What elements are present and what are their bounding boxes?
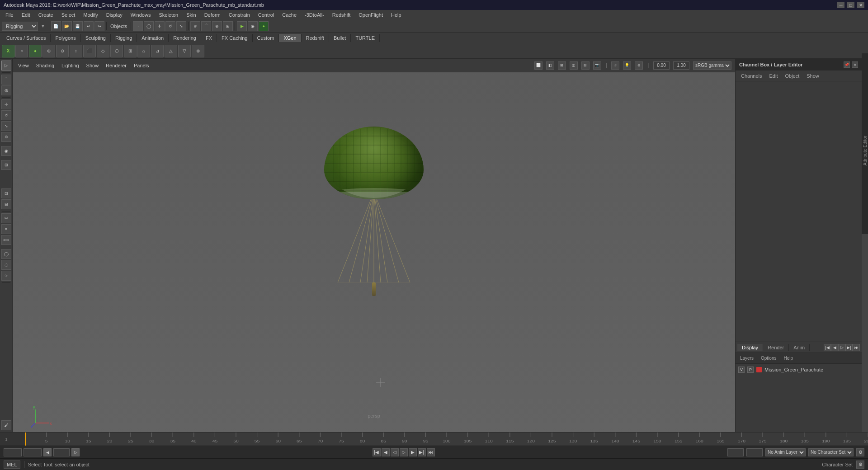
paint-skin-btn[interactable]: 🖌 (1, 420, 11, 430)
shelf-icon-7[interactable]: ◇ (97, 45, 109, 57)
anim-layer-dropdown[interactable]: No Anim Layer (765, 448, 806, 456)
menu-control[interactable]: Control (255, 11, 278, 19)
playback-end-field[interactable]: 120 (727, 448, 744, 456)
vp-menu-view[interactable]: View (16, 62, 31, 69)
ch-tab-show[interactable]: Show (803, 72, 823, 80)
shelf-tab-sculpting[interactable]: Sculpting (81, 34, 111, 42)
shelf-icon-12[interactable]: △ (165, 45, 177, 57)
vp-menu-panels[interactable]: Panels (132, 62, 151, 69)
mode-dropdown[interactable]: Rigging (2, 22, 38, 31)
sculpt-btn[interactable]: ◯ (1, 249, 11, 259)
snap-all-btn[interactable]: ⊡ (1, 188, 11, 198)
vp-gamma-select[interactable]: sRGB gamma (693, 61, 731, 70)
menu-help[interactable]: Help (387, 11, 405, 19)
vp-menu-lighting[interactable]: Lighting (60, 62, 81, 69)
shelf-icon-1[interactable]: ○ (15, 45, 28, 57)
shelf-icon-5[interactable]: ↕ (70, 45, 82, 57)
shelf-tab-fxcaching[interactable]: FX Caching (217, 34, 252, 42)
layer-tab-anim[interactable]: Anim (789, 344, 810, 351)
minimize-button[interactable]: ─ (837, 2, 844, 8)
show-manip-btn[interactable]: ⊞ (1, 160, 11, 170)
playback-current-field[interactable]: 1 (24, 448, 42, 456)
playback-play[interactable]: ▷ (400, 448, 408, 456)
menu-openflight[interactable]: OpenFlight (355, 11, 387, 19)
scale-tool-btn[interactable]: ⤡ (1, 121, 11, 131)
cb-pin-btn[interactable]: 📌 (844, 61, 850, 68)
move-btn[interactable]: ✛ (155, 21, 165, 31)
shelf-icon-10[interactable]: ⌂ (137, 45, 150, 57)
vp-tool-3[interactable]: ⊞ (558, 61, 566, 70)
redo-btn[interactable]: ↪ (94, 21, 104, 31)
offset-edge-btn[interactable]: ≡ (1, 224, 11, 234)
menu-3dto[interactable]: -3DtoAll- (301, 11, 328, 19)
playback-prev-frame[interactable]: ◀ (382, 448, 390, 456)
vp-menu-renderer[interactable]: Renderer (104, 62, 128, 69)
maximize-button[interactable]: □ (847, 2, 854, 8)
playback-go-start[interactable]: |◀ (373, 448, 381, 456)
select-btn[interactable]: ⬝ (133, 21, 143, 31)
playback-range-end[interactable]: 200 (746, 448, 763, 456)
shelf-tab-turtle[interactable]: TURTLE (351, 34, 380, 42)
render-current-btn[interactable]: ▶ (237, 21, 247, 31)
layer-visibility-p[interactable]: P (747, 367, 754, 373)
vp-tool-2[interactable]: ◧ (546, 61, 554, 70)
soft-mod-btn[interactable]: ◉ (1, 146, 11, 156)
paint-select-btn[interactable]: ◍ (1, 85, 11, 95)
timeline-ruler[interactable]: 5101520253035404550556065707580859095100… (25, 432, 868, 446)
shelf-icon-select[interactable]: X (2, 45, 14, 57)
playback-back[interactable]: ◁ (391, 448, 399, 456)
menu-deform[interactable]: Deform (201, 11, 224, 19)
rotate-tool-btn[interactable]: ↺ (1, 110, 11, 120)
ch-tab-channels[interactable]: Channels (737, 72, 765, 80)
vp-value1[interactable]: 0.00 (653, 61, 670, 70)
save-btn[interactable]: 💾 (73, 21, 83, 31)
snap-grid2-btn[interactable]: ⊟ (1, 199, 11, 209)
shelf-icon-14[interactable]: ⊗ (192, 45, 204, 57)
layer-opt-layers[interactable]: Layers (737, 355, 756, 361)
timeline-scrubber[interactable] (25, 432, 26, 446)
playback-forward[interactable]: ▶ (409, 448, 417, 456)
shelf-icon-8[interactable]: ⬡ (110, 45, 123, 57)
shelf-tab-rendering[interactable]: Rendering (169, 34, 201, 42)
shelf-tab-custom[interactable]: Custom (253, 34, 279, 42)
lasso-tool-btn[interactable]: ⌒ (1, 75, 11, 85)
rotate-btn[interactable]: ↺ (165, 21, 175, 31)
ipr-btn[interactable]: ◉ (248, 21, 258, 31)
vp-tool-1[interactable]: ⬜ (534, 61, 542, 70)
shelf-tab-curves[interactable]: Curves / Surfaces (2, 34, 51, 42)
layer-tab-display[interactable]: Display (737, 344, 763, 351)
layer-opt-help[interactable]: Help (781, 355, 796, 361)
shelf-icon-4[interactable]: ⊙ (56, 45, 69, 57)
snap-grid-btn[interactable]: # (190, 21, 200, 31)
snap-curve-btn[interactable]: ⌒ (201, 21, 211, 31)
menu-display[interactable]: Display (103, 11, 126, 19)
menu-constrain[interactable]: Constrain (225, 11, 254, 19)
layer-next-btn[interactable]: ▶| (845, 344, 853, 351)
viewport-content[interactable]: persp x y z (13, 72, 735, 432)
layer-visibility-v[interactable]: V (738, 367, 745, 373)
grab-btn[interactable]: ☞ (1, 271, 11, 281)
shelf-tab-polygons[interactable]: Polygons (51, 34, 80, 42)
vp-camera-btn[interactable]: 📷 (593, 61, 601, 70)
display-render-btn[interactable]: ● (259, 21, 269, 31)
vp-menu-show[interactable]: Show (85, 62, 101, 69)
shelf-icon-9[interactable]: ⊞ (124, 45, 137, 57)
undo-btn[interactable]: ↩ (84, 21, 94, 31)
close-button[interactable]: ✕ (857, 2, 864, 8)
select-tool-btn[interactable]: ▷ (1, 61, 11, 70)
open-btn[interactable]: 📂 (62, 21, 72, 31)
char-set-dropdown[interactable]: No Character Set (808, 448, 854, 456)
timeline[interactable]: 1 51015202530354045505560657075808590951… (0, 432, 868, 446)
shelf-icon-11[interactable]: ⊿ (151, 45, 164, 57)
vp-tool-4[interactable]: ◫ (570, 61, 578, 70)
vp-grid-btn[interactable]: # (611, 61, 619, 70)
layer-tab-render[interactable]: Render (763, 344, 789, 351)
layer-item-0[interactable]: V P Mission_Green_Parachute (736, 365, 861, 375)
shelf-tab-rigging[interactable]: Rigging (111, 34, 137, 42)
shelf-icon-2[interactable]: ● (29, 45, 42, 57)
layer-prev-btn[interactable]: ◀ (831, 344, 838, 351)
shelf-icon-6[interactable]: ⬛ (83, 45, 96, 57)
menu-skin[interactable]: Skin (183, 11, 199, 19)
viewport[interactable]: View Shading Lighting Show Renderer Pane… (13, 59, 735, 432)
menu-redshift[interactable]: Redshift (329, 11, 354, 19)
